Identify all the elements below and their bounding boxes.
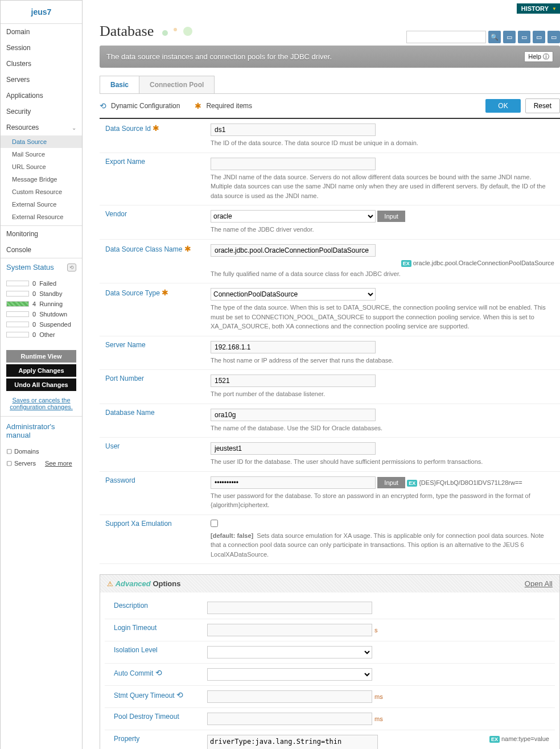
sb-applications[interactable]: Applications [1,88,82,104]
status-row: 0Standby [6,289,76,299]
sb-external-resource[interactable]: External Resource [1,211,82,223]
ok-button-top[interactable]: OK [485,99,520,113]
status-bar [6,291,29,297]
export-name-input[interactable] [211,158,376,170]
tab-basic[interactable]: Basic [100,76,139,93]
system-status-title: System Status ⟲ [1,258,82,276]
datasource-id-input[interactable] [211,124,376,136]
tab-connection-pool[interactable]: Connection Pool [139,76,215,93]
warn-icon: ⚠ [107,580,113,588]
sb-mail-source[interactable]: Mail Source [1,148,82,160]
port-input[interactable] [211,374,376,387]
advanced-panel: ⚠ Advanced Options Open All Description … [100,574,560,749]
open-all-link[interactable]: Open All [525,579,553,588]
adv-isolation-select[interactable] [207,646,372,659]
sb-external-source[interactable]: External Source [1,198,82,211]
password-input-button[interactable]: Input [377,477,405,488]
undo-changes-button[interactable]: Undo All Changes [6,378,76,391]
status-bar [6,311,29,317]
status-row: 0Shutdown [6,309,76,319]
main-content: HISTORY Database 🔍 ▭ ▭ ▭ ▭ The data [83,0,560,749]
status-bar [6,332,29,338]
ds-type-select[interactable]: ConnectionPoolDataSource [211,288,376,301]
password-input[interactable] [211,476,376,489]
sb-monitoring[interactable]: Monitoring [1,226,82,242]
legend-required: Required items [206,102,252,110]
page-title: Database [100,17,193,46]
status-bar [6,301,29,307]
see-more-link[interactable]: See more [45,460,72,467]
help-button[interactable]: Help ⓘ [524,51,553,62]
toolbar-icon-1[interactable]: ▭ [503,31,516,43]
apply-changes-button[interactable]: Apply Changes [6,364,76,377]
sb-servers[interactable]: Servers [1,72,82,88]
logo[interactable]: jeus7 [1,1,82,24]
sb-resources[interactable]: Resources ⌄ [1,120,82,135]
server-name-input[interactable] [211,341,376,353]
required-icon: ✱ [195,101,201,110]
admin-servers[interactable]: ▢ Servers See more [1,457,82,469]
save-cancel-link[interactable]: Saves or cancels the configuration chang… [1,396,82,411]
sb-domain[interactable]: Domain [1,24,82,40]
sb-custom-resource[interactable]: Custom Resource [1,186,82,198]
status-bar [6,281,29,286]
sb-clusters[interactable]: Clusters [1,56,82,72]
tabs: Basic Connection Pool [100,76,560,94]
sb-console[interactable]: Console [1,242,82,258]
toolbar-icon-2[interactable]: ▭ [518,31,530,43]
refresh-status-icon[interactable]: ⟲ [67,264,76,271]
legend-dynamic: Dynamic Configuration [111,102,180,110]
sb-session[interactable]: Session [1,40,82,56]
toolbar-icon-3[interactable]: ▭ [533,31,545,43]
sync-icon: ⟲ [100,101,106,110]
xa-checkbox[interactable] [211,520,218,527]
toolbar-icon-4[interactable]: ▭ [547,31,560,43]
status-list: 0Failed0Standby4Running0Shutdown0Suspend… [1,276,82,345]
sb-url-source[interactable]: URL Source [1,160,82,173]
vendor-select[interactable]: oracle [211,210,376,223]
sb-security[interactable]: Security [1,104,82,120]
runtime-view-button[interactable]: Runtime View [6,350,76,363]
sidebar: jeus7 Domain Session Clusters Servers Ap… [0,0,83,749]
ds-class-input[interactable] [211,244,376,257]
adv-stmt-timeout-input[interactable] [207,690,372,703]
status-row: 4Running [6,299,76,309]
subtitle-bar: The data source instances and connection… [100,46,560,68]
reset-button-top[interactable]: Reset [525,98,560,113]
adv-property-textarea[interactable]: driverType:java.lang.String=thin [207,735,378,749]
admin-domains[interactable]: ▢ Domains [1,445,82,457]
sb-message-bridge[interactable]: Message Bridge [1,173,82,186]
search-icon[interactable]: 🔍 [488,31,501,43]
status-bar [6,322,29,327]
adv-login-timeout-input[interactable] [207,624,372,636]
adv-pool-destroy-input[interactable] [207,713,372,725]
sb-data-source[interactable]: Data Source [1,135,82,148]
vendor-input-button[interactable]: Input [377,211,405,222]
search-input[interactable] [406,31,486,43]
status-row: 0Other [6,330,76,340]
status-row: 0Suspended [6,319,76,330]
db-name-input[interactable] [211,409,376,421]
user-input[interactable] [211,442,376,455]
chevron-down-icon: ⌄ [72,125,76,131]
adv-autocommit-select[interactable] [207,668,372,681]
admin-manual-title: Administrator's manual [1,417,82,445]
history-button[interactable]: HISTORY [517,3,560,14]
adv-description-input[interactable] [207,602,372,614]
status-row: 0Failed [6,278,76,289]
basic-form: Data Source Id ✱ The ID of the data sour… [100,119,560,564]
